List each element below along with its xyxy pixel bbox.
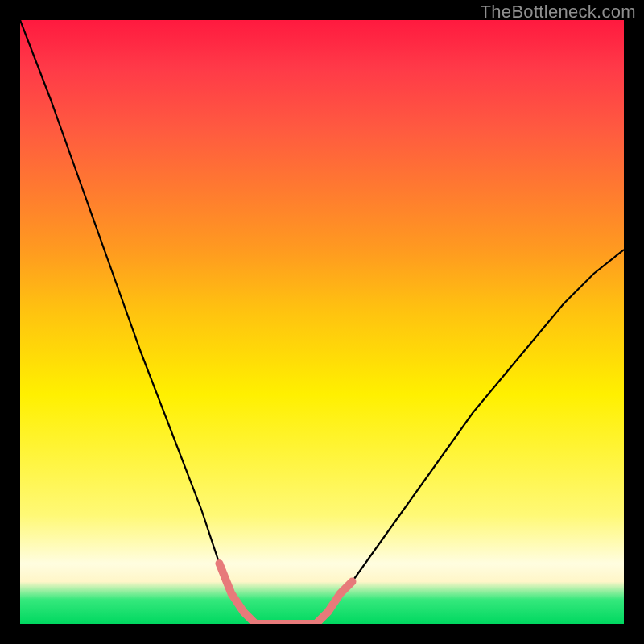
right-curve xyxy=(316,250,625,624)
plot-area xyxy=(20,20,624,624)
chart-container: TheBottleneck.com xyxy=(0,0,644,644)
watermark-text: TheBottleneck.com xyxy=(481,2,636,23)
curve-layer xyxy=(20,20,624,624)
left-curve xyxy=(20,20,256,624)
valley-floor xyxy=(220,564,353,624)
